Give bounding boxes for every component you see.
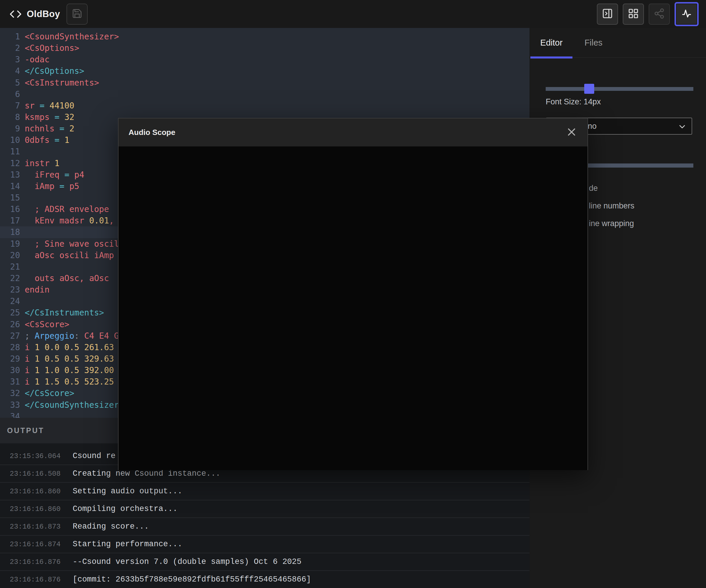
log-message: Creating new Csound instance...	[73, 469, 220, 478]
log-message: Reading score...	[73, 522, 149, 531]
log-message: Setting audio output...	[73, 487, 182, 496]
output-row: 23:16:16.873Reading score...	[0, 518, 530, 536]
code-text: </CsoundSynthesizer	[25, 400, 119, 410]
line-number: 16	[0, 204, 20, 215]
line-number: 17	[0, 215, 20, 226]
line-number: 3	[0, 54, 20, 65]
log-timestamp: 23:16:16.873	[10, 523, 73, 531]
log-message: Starting performance...	[73, 540, 182, 549]
code-line[interactable]: 3-odac	[0, 54, 530, 65]
line-number: 22	[0, 272, 20, 284]
line-number: 20	[0, 250, 20, 261]
line-number: 10	[0, 134, 20, 146]
app-title: OldBoy	[27, 9, 60, 19]
log-timestamp: 23:16:16.876	[10, 558, 73, 566]
line-number: 19	[0, 238, 20, 250]
code-line[interactable]: 2<CsOptions>	[0, 42, 530, 54]
line-number: 6	[0, 88, 20, 100]
log-timestamp: 23:16:16.860	[10, 505, 73, 513]
font-size-slider[interactable]	[546, 87, 693, 91]
top-bar: OldBoy	[0, 0, 706, 28]
code-text: ; ADSR envelope	[25, 204, 109, 214]
sidebar-tabs: Editor Files	[531, 28, 706, 58]
code-text: iAmp = p5	[25, 181, 79, 191]
line-number: 14	[0, 180, 20, 192]
output-row: 23:16:16.876[commit: 2633b5f788e59e892fd…	[0, 571, 530, 588]
line-number: 21	[0, 261, 20, 272]
toolbar	[597, 2, 699, 26]
log-message: --Csound version 7.0 (double samples) Oc…	[73, 557, 302, 566]
code-text: i 1 0.0 0.5 261.63	[25, 342, 114, 352]
line-number: 1	[0, 31, 20, 42]
font-family-value: no	[588, 122, 596, 131]
code-text: outs aOsc, aOsc	[25, 274, 109, 283]
audio-scope-button[interactable]	[674, 2, 699, 26]
code-text: ksmps = 32	[25, 112, 74, 122]
line-number: 32	[0, 387, 20, 399]
line-number: 30	[0, 365, 20, 376]
line-number: 28	[0, 342, 20, 353]
log-timestamp: 23:16:16.876	[10, 576, 73, 584]
code-text: -odac	[25, 55, 49, 65]
line-number: 8	[0, 112, 20, 123]
line-number: 15	[0, 192, 20, 204]
log-message: Compiling orchestra...	[73, 505, 178, 513]
code-text: aOsc oscili iAmp	[25, 251, 114, 260]
line-number: 26	[0, 319, 20, 330]
line-number: 31	[0, 376, 20, 387]
line-number: 13	[0, 169, 20, 180]
log-message: Csound re	[73, 452, 116, 460]
output-row: 23:16:16.876--Csound version 7.0 (double…	[0, 553, 530, 571]
activity-pulse-icon	[681, 8, 693, 20]
code-line[interactable]: 1<CsoundSynthesizer>	[0, 31, 530, 42]
code-text: <CsInstruments>	[25, 78, 99, 88]
code-brackets-icon	[9, 8, 22, 20]
code-text: instr 1	[25, 159, 60, 168]
code-text: </CsOptions>	[25, 66, 84, 76]
tab-editor[interactable]: Editor	[531, 28, 573, 57]
line-number: 27	[0, 330, 20, 342]
code-line[interactable]: 4</CsOptions>	[0, 65, 530, 77]
modal-header: Audio Scope	[119, 119, 587, 146]
font-size-slider-thumb[interactable]	[584, 84, 594, 94]
code-text: </CsScore>	[25, 388, 74, 398]
line-number: 34	[0, 411, 20, 418]
code-line[interactable]: 6	[0, 88, 530, 100]
save-button[interactable]	[67, 3, 88, 25]
audio-scope-canvas	[119, 146, 587, 470]
line-number: 5	[0, 77, 20, 88]
modal-title: Audio Scope	[128, 128, 175, 137]
code-text: <CsScore>	[25, 320, 69, 329]
layout-grid-icon	[628, 8, 639, 20]
line-number: 7	[0, 100, 20, 112]
save-icon	[72, 8, 82, 20]
log-timestamp: 23:15:36.064	[10, 452, 73, 460]
log-timestamp: 23:16:16.508	[10, 470, 73, 478]
code-text: i 1 0.5 0.5 329.63	[25, 354, 114, 364]
share-button[interactable]	[649, 3, 670, 25]
panel-toggle-button[interactable]	[597, 3, 618, 25]
setting-label-fragment: de	[589, 184, 598, 193]
layout-grid-button[interactable]	[623, 3, 644, 25]
tab-files[interactable]: Files	[573, 28, 615, 57]
code-text: ; Arpeggio: C4 E4 G	[25, 331, 119, 341]
code-text: i 1 1.0 0.5 392.00	[25, 366, 114, 375]
code-line[interactable]: 7sr = 44100	[0, 100, 530, 112]
code-text: iFreq = p4	[25, 170, 84, 180]
line-number: 33	[0, 399, 20, 411]
line-number: 23	[0, 284, 20, 295]
line-number: 11	[0, 146, 20, 157]
share-icon	[654, 8, 665, 20]
code-text: ; Sine wave oscil	[25, 239, 119, 249]
code-text: <CsOptions>	[25, 43, 79, 53]
line-number: 9	[0, 123, 20, 134]
app-window: OldBoy	[0, 0, 706, 588]
code-text: </CsInstruments>	[25, 308, 104, 318]
line-number: 4	[0, 65, 20, 77]
code-line[interactable]: 5<CsInstruments>	[0, 77, 530, 88]
close-icon	[566, 127, 577, 138]
line-number: 18	[0, 226, 20, 238]
close-button[interactable]	[564, 126, 579, 140]
log-timestamp: 23:16:16.860	[10, 488, 73, 495]
chevron-down-icon	[677, 122, 687, 133]
